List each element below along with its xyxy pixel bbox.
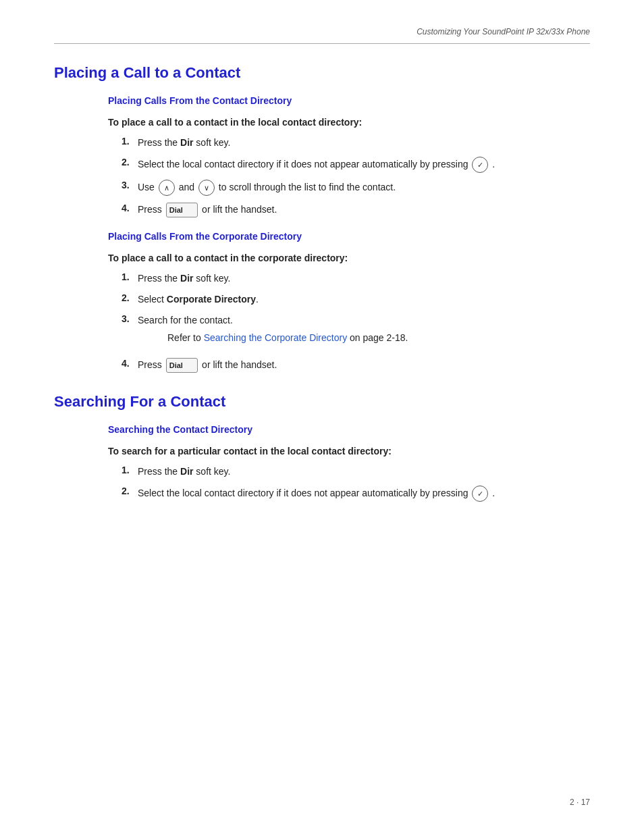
subsection-searching-dir: Searching the Contact Directory To searc… — [108, 424, 590, 502]
page-footer: 2 · 17 — [570, 798, 590, 807]
subsection-title-contact-dir: Placing Calls From the Contact Directory — [108, 95, 590, 106]
step-content: Press the Dir soft key. — [138, 465, 590, 479]
dial-button-icon: Dial — [166, 358, 198, 373]
dir-key-label: Dir — [180, 273, 193, 284]
step-number: 3. — [122, 180, 138, 190]
header-title: Customizing Your SoundPoint IP 32x/33x P… — [417, 27, 590, 36]
step-content: Press Dial or lift the handset. — [138, 358, 590, 373]
up-arrow-icon: ∧ — [159, 180, 175, 196]
step-number: 1. — [122, 271, 138, 282]
step-1-search: 1. Press the Dir soft key. — [108, 465, 590, 479]
step-content: Select Corporate Directory. — [138, 292, 590, 307]
step-4-corp: 4. Press Dial or lift the handset. — [108, 358, 590, 373]
dir-key-label: Dir — [180, 466, 193, 477]
procedure-title-corporate-contact: To place a call to a contact in the corp… — [108, 253, 590, 263]
step-2-corp: 2. Select Corporate Directory. — [108, 292, 590, 307]
step-number: 1. — [122, 136, 138, 147]
step-2-local: 2. Select the local contact directory if… — [108, 157, 590, 173]
dir-key-label: Dir — [180, 137, 193, 148]
up-arrow-glyph: ∧ — [164, 182, 169, 194]
step-number: 2. — [122, 486, 138, 496]
step-1-corp: 1. Press the Dir soft key. — [108, 271, 590, 286]
procedure-title-local-contact: To place a call to a contact in the loca… — [108, 117, 590, 128]
page-header: Customizing Your SoundPoint IP 32x/33x P… — [54, 27, 590, 44]
corp-dir-link[interactable]: Searching the Corporate Directory — [204, 332, 347, 343]
dial-button-icon: Dial — [166, 203, 198, 217]
step-3-local: 3. Use ∧ and ∨ to scroll through the lis… — [108, 180, 590, 196]
check-mark-glyph: ✓ — [477, 488, 483, 500]
page-container: Customizing Your SoundPoint IP 32x/33x P… — [0, 0, 644, 834]
steps-list-search: 1. Press the Dir soft key. 2. Select the… — [108, 465, 590, 502]
subsection-corporate-directory: Placing Calls From the Corporate Directo… — [108, 231, 590, 373]
page-number: 2 · 17 — [570, 798, 590, 807]
step-number: 4. — [122, 358, 138, 369]
step-number: 4. — [122, 203, 138, 213]
section-title-searching: Searching For a Contact — [54, 393, 590, 411]
check-circle-icon: ✓ — [472, 486, 488, 502]
section-placing-call: Placing a Call to a Contact Placing Call… — [54, 64, 590, 373]
step-content: Use ∧ and ∨ to scroll through the list t… — [138, 180, 590, 196]
check-mark-glyph: ✓ — [477, 159, 483, 171]
step-number: 1. — [122, 465, 138, 475]
steps-list-corporate: 1. Press the Dir soft key. 2. Select Cor… — [108, 271, 590, 373]
step-2-search: 2. Select the local contact directory if… — [108, 486, 590, 502]
step-sub-text: Refer to Searching the Corporate Directo… — [167, 330, 590, 345]
step-number: 2. — [122, 157, 138, 167]
subsection-title-searching-dir: Searching the Contact Directory — [108, 424, 590, 435]
step-content: Select the local contact directory if it… — [138, 486, 590, 502]
section-searching-contact: Searching For a Contact Searching the Co… — [54, 393, 590, 502]
step-4-local: 4. Press Dial or lift the handset. — [108, 203, 590, 217]
step-content: Press the Dir soft key. — [138, 271, 590, 286]
procedure-title-search-local: To search for a particular contact in th… — [108, 446, 590, 457]
subsection-title-corporate-dir: Placing Calls From the Corporate Directo… — [108, 231, 590, 242]
corporate-directory-label: Corporate Directory — [167, 294, 256, 305]
step-number: 2. — [122, 292, 138, 303]
dial-label: Dial — [169, 361, 183, 369]
check-circle-icon: ✓ — [472, 157, 488, 173]
step-content: Select the local contact directory if it… — [138, 157, 590, 173]
step-number: 3. — [122, 313, 138, 324]
step-1-local: 1. Press the Dir soft key. — [108, 136, 590, 150]
section-title-placing-call: Placing a Call to a Contact — [54, 64, 590, 82]
step-3-corp: 3. Search for the contact. Refer to Sear… — [108, 313, 590, 350]
down-arrow-icon: ∨ — [198, 180, 215, 196]
down-arrow-glyph: ∨ — [204, 182, 209, 194]
steps-list-local-contact: 1. Press the Dir soft key. 2. Select the… — [108, 136, 590, 217]
step-content: Press Dial or lift the handset. — [138, 203, 590, 217]
dial-label: Dial — [169, 206, 183, 214]
subsection-contact-directory: Placing Calls From the Contact Directory… — [108, 95, 590, 217]
step-content: Press the Dir soft key. — [138, 136, 590, 150]
step-content: Search for the contact. Refer to Searchi… — [138, 313, 590, 350]
